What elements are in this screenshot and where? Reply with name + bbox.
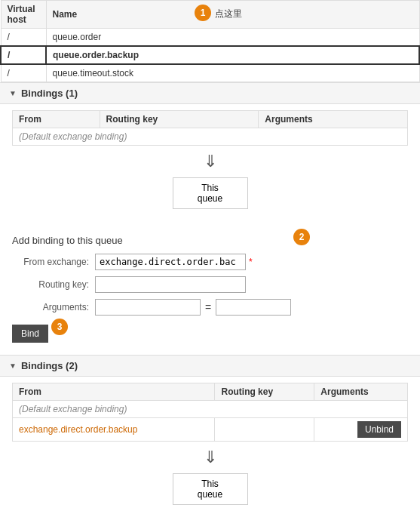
arguments-label: Arguments: bbox=[12, 302, 95, 312]
from-exchange-input[interactable] bbox=[95, 254, 246, 270]
vhost-cell: / bbox=[1, 46, 46, 64]
arguments-input-key[interactable] bbox=[95, 299, 201, 316]
queue-row-2[interactable]: / queue.order.backup bbox=[1, 46, 419, 64]
queue-name-cell-selected[interactable]: queue.order.backup bbox=[46, 46, 419, 64]
arrow-down-2: ⇓ bbox=[12, 442, 408, 470]
vhost-cell: / bbox=[1, 29, 46, 47]
b1-default-row: (Default exchange binding) bbox=[13, 128, 408, 146]
collapse-arrow-1: ▼ bbox=[9, 89, 17, 97]
bindings2-table: From Routing key Arguments (Default exch… bbox=[12, 383, 408, 442]
this-queue-button-2[interactable]: This queue bbox=[173, 473, 248, 505]
b1-col-from: From bbox=[13, 111, 100, 128]
routing-key-label: Routing key: bbox=[12, 279, 95, 290]
step-3-badge: 3 bbox=[51, 319, 68, 335]
bind-button[interactable]: Bind bbox=[12, 325, 48, 343]
b2-default-row: (Default exchange binding) bbox=[13, 401, 408, 418]
bindings1-header[interactable]: ▼ Bindings (1) bbox=[0, 82, 420, 104]
arrow-down-1: ⇓ bbox=[12, 146, 408, 174]
queue-row-3[interactable]: / queue.timeout.stock bbox=[1, 64, 419, 82]
queue-name-cell[interactable]: queue.order bbox=[46, 29, 419, 47]
bindings2-header[interactable]: ▼ Bindings (2) bbox=[0, 355, 420, 377]
arguments-input-value[interactable] bbox=[216, 299, 291, 316]
add-binding-title: Add binding to this queue bbox=[12, 235, 408, 246]
routing-key-row: Routing key: bbox=[12, 276, 408, 293]
add-binding-section: Add binding to this queue 2 From exchang… bbox=[0, 227, 420, 350]
vhost-cell: / bbox=[1, 64, 46, 82]
b2-exchange-from: exchange.direct.order.backup bbox=[13, 418, 215, 442]
collapse-arrow-2: ▼ bbox=[9, 362, 17, 370]
b1-default-exchange: (Default exchange binding) bbox=[13, 128, 408, 146]
queue-row-1[interactable]: / queue.order bbox=[1, 29, 419, 47]
queue-name-cell[interactable]: queue.timeout.stock bbox=[46, 64, 419, 82]
bindings1-content: From Routing key Arguments (Default exch… bbox=[0, 110, 420, 227]
arguments-row: Arguments: = bbox=[12, 299, 408, 316]
routing-key-input[interactable] bbox=[95, 276, 246, 293]
from-exchange-row: From exchange: * bbox=[12, 254, 408, 270]
col-vhost: Virtual host bbox=[1, 1, 46, 29]
unbind-button[interactable]: Unbind bbox=[357, 421, 401, 438]
bindings1-table: From Routing key Arguments (Default exch… bbox=[12, 110, 408, 146]
b2-exchange-row: exchange.direct.order.backup Unbind bbox=[13, 418, 408, 442]
b2-default-exchange: (Default exchange binding) bbox=[13, 401, 408, 418]
required-indicator: * bbox=[249, 257, 253, 267]
b2-col-from: From bbox=[13, 383, 215, 401]
b2-arguments: Unbind bbox=[314, 418, 408, 442]
bindings2-title: Bindings (2) bbox=[21, 360, 78, 371]
equals-sign: = bbox=[205, 301, 211, 313]
bindings2-content: From Routing key Arguments (Default exch… bbox=[0, 383, 420, 508]
step-1-badge: 1 bbox=[195, 5, 211, 21]
bindings1-title: Bindings (1) bbox=[21, 88, 78, 99]
from-exchange-label: From exchange: bbox=[12, 257, 95, 267]
b2-col-routing: Routing key bbox=[215, 383, 314, 401]
b2-routing-key bbox=[215, 418, 314, 442]
b1-col-routing: Routing key bbox=[100, 111, 259, 128]
this-queue-button-1[interactable]: This queue bbox=[173, 177, 248, 209]
step-2-badge: 2 bbox=[293, 229, 310, 245]
b1-col-args: Arguments bbox=[259, 111, 408, 128]
b2-col-args: Arguments bbox=[314, 383, 408, 401]
chinese-hint: 点这里 bbox=[215, 8, 242, 20]
